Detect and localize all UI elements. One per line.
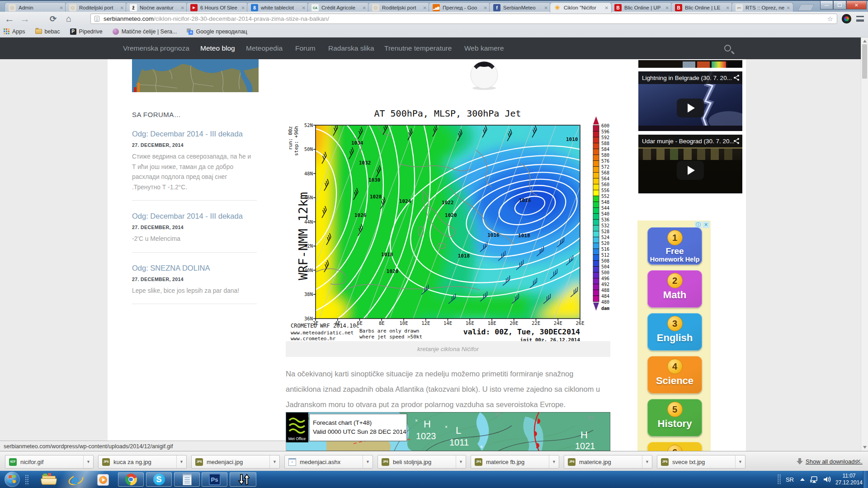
download-menu-arrow[interactable]: ▼ xyxy=(456,455,466,468)
tab-close-icon[interactable]: ✕ xyxy=(665,5,669,10)
weather-chart-image[interactable]: AT 500hPa, MLSP, 300hPa Jet xyxy=(286,96,610,343)
tab-12[interactable]: BBlic Online | LE✕ xyxy=(671,2,733,13)
download-item-2[interactable]: JPGkuca za ng.jpg▼ xyxy=(98,455,187,469)
taskbar-notepad-button[interactable] xyxy=(174,472,200,487)
play-button[interactable] xyxy=(677,99,704,117)
download-menu-arrow[interactable]: ▼ xyxy=(735,455,745,468)
ad-button-1[interactable]: 1FreeHomework Help xyxy=(647,227,702,265)
tray-clock[interactable]: 11:07 27.12.2014 xyxy=(835,473,863,486)
new-tab-button[interactable] xyxy=(798,4,815,11)
address-bar[interactable]: serbianmeteo.com/ciklon-nicifor-28-30-de… xyxy=(90,14,837,24)
download-item-8[interactable]: JPGsvece txt.jpg▼ xyxy=(657,455,745,469)
taskbar-ie-icon[interactable]: e xyxy=(67,473,85,487)
tab-7[interactable]: ☺Roditeljski port✕ xyxy=(368,2,430,13)
tab-close-icon[interactable]: ✕ xyxy=(726,5,730,10)
forward-button[interactable]: → xyxy=(20,12,30,26)
tab-5[interactable]: 8white tableclot✕ xyxy=(247,2,309,13)
download-menu-arrow[interactable]: ▼ xyxy=(642,455,652,468)
nav-vremenska-prognoza[interactable]: Vremenska prognoza xyxy=(123,38,189,59)
nav-forum[interactable]: Forum xyxy=(295,38,316,59)
forecast-chart-image[interactable]: H 1023 L 1011 H 1021 45 75 ××× Met Offic… xyxy=(286,412,610,451)
tab-close-icon[interactable]: ✕ xyxy=(120,5,124,10)
tab-close-icon[interactable]: ✕ xyxy=(363,5,366,10)
taskbar-arrows-button[interactable] xyxy=(230,472,256,487)
tab-8[interactable]: ▂▅▇Преглед - Goo✕ xyxy=(429,2,491,13)
show-desktop-button[interactable] xyxy=(863,471,868,488)
ad-button-6[interactable]: 6 xyxy=(647,442,702,451)
profile-avatar[interactable] xyxy=(842,14,851,23)
reload-button[interactable]: ⟳ xyxy=(50,12,57,26)
tab-13[interactable]: ртсRTS :: Oprez, ne✕ xyxy=(731,2,793,13)
nav-web-kamere[interactable]: Web kamere xyxy=(464,38,504,59)
nav-trenutne-temperature[interactable]: Trenutne temperature xyxy=(384,38,452,59)
page-scrollbar[interactable] xyxy=(861,38,868,451)
tab-6[interactable]: CACrédit Agricole✕ xyxy=(307,2,369,13)
share-icon[interactable] xyxy=(733,75,740,81)
tray-network-icon[interactable] xyxy=(810,476,818,483)
bookmark-4[interactable]: Matične ćelije | Sera... xyxy=(113,28,177,35)
bookmark-3[interactable]: PPipedrive xyxy=(70,28,103,35)
bookmark-1[interactable]: Apps xyxy=(4,28,25,35)
tray-volume-icon[interactable] xyxy=(823,476,831,483)
bookmark-2[interactable]: bebac xyxy=(35,28,60,35)
tab-9[interactable]: fSerbianMeteo✕ xyxy=(489,2,551,13)
back-button[interactable]: ← xyxy=(5,12,14,26)
tray-expand-icon[interactable] xyxy=(800,478,805,481)
share-icon[interactable] xyxy=(733,138,740,144)
window-maximize-button[interactable] xyxy=(833,1,846,9)
search-icon[interactable] xyxy=(724,45,731,52)
taskbar-skype-button[interactable]: S xyxy=(146,472,172,487)
ad-button-5[interactable]: 5History xyxy=(647,399,702,436)
ad-close-icon[interactable]: ✕ xyxy=(703,221,709,228)
video-2[interactable]: Udar munje - Beograd (30. 7. 20... xyxy=(638,135,742,193)
play-button[interactable] xyxy=(677,161,704,180)
taskbar-photoshop-button[interactable]: Ps xyxy=(202,472,227,487)
tab-4[interactable]: ▶6 Hours Of Slee✕ xyxy=(186,2,248,13)
menu-button[interactable] xyxy=(856,16,864,22)
tab-10[interactable]: ☀Ciklon "Nićifor✕ xyxy=(550,2,612,13)
ad-button-2[interactable]: 2Math xyxy=(647,270,702,308)
tab-close-icon[interactable]: ✕ xyxy=(181,5,184,10)
nav-meteopedia[interactable]: Meteopedia xyxy=(246,38,283,59)
download-item-1[interactable]: GIFnicifor.gif▼ xyxy=(5,455,94,469)
sidebar-map-image[interactable] xyxy=(132,59,259,92)
download-item-3[interactable]: JPGmedenjaci.jpg▼ xyxy=(191,455,280,469)
taskbar-chrome-button[interactable] xyxy=(118,472,144,487)
tab-close-icon[interactable]: ✕ xyxy=(484,5,487,10)
download-menu-arrow[interactable]: ▼ xyxy=(83,455,93,468)
tab-close-icon[interactable]: ✕ xyxy=(302,5,306,10)
tab-11[interactable]: BBlic Online | UP✕ xyxy=(610,2,672,13)
ad-button-4[interactable]: 4Science xyxy=(647,356,702,394)
nav-meteo-blog[interactable]: Meteo blog xyxy=(200,38,235,59)
bookmark-5[interactable]: AGoogle преводилац xyxy=(187,28,247,35)
video-title-bar[interactable]: Udar munje - Beograd (30. 7. 20... xyxy=(638,135,742,147)
tab-close-icon[interactable]: ✕ xyxy=(787,5,790,10)
forum-post-link[interactable]: Odg: Decembar 2014 - III dekada xyxy=(132,212,257,221)
scrollbar-thumb[interactable] xyxy=(862,44,867,79)
tab-close-icon[interactable]: ✕ xyxy=(544,5,548,10)
bookmark-star-icon[interactable]: ☆ xyxy=(827,15,833,23)
video-1[interactable]: Lightning in Belgrade (30. 7. 20... xyxy=(638,71,742,131)
ad-button-3[interactable]: 3English xyxy=(647,313,702,351)
forum-post-link[interactable]: Odg: SNEZNA DOLINA xyxy=(132,264,257,272)
tab-close-icon[interactable]: ✕ xyxy=(60,5,63,10)
tab-close-icon[interactable]: ✕ xyxy=(241,5,245,10)
window-close-button[interactable]: ✕ xyxy=(846,1,867,9)
downloads-close-icon[interactable]: ✕ xyxy=(856,451,861,471)
show-all-downloads-link[interactable]: Show all downloads... xyxy=(797,451,863,471)
download-menu-arrow[interactable]: ▼ xyxy=(549,455,559,468)
tray-language[interactable]: SR xyxy=(786,476,794,483)
download-item-7[interactable]: JPGmaterice.jpg▼ xyxy=(564,455,652,469)
download-item-6[interactable]: JPGmaterice fb.jpg▼ xyxy=(471,455,559,469)
taskbar-explorer-icon[interactable] xyxy=(40,473,58,487)
download-menu-arrow[interactable]: ▼ xyxy=(176,455,186,468)
tab-close-icon[interactable]: ✕ xyxy=(423,5,427,10)
download-item-5[interactable]: JPGbeli stoljnja.jpg▼ xyxy=(377,455,466,469)
download-menu-arrow[interactable]: ▼ xyxy=(363,455,373,468)
taskbar-wmp-icon[interactable] xyxy=(95,473,111,487)
tab-1[interactable]: ☺Admin✕ xyxy=(5,2,66,13)
download-menu-arrow[interactable]: ▼ xyxy=(269,455,279,468)
tab-3[interactable]: žNoćne avantur✕ xyxy=(126,2,188,13)
tab-2[interactable]: ☺Roditeljski port✕ xyxy=(65,2,127,13)
tab-close-icon[interactable]: ✕ xyxy=(605,5,609,10)
